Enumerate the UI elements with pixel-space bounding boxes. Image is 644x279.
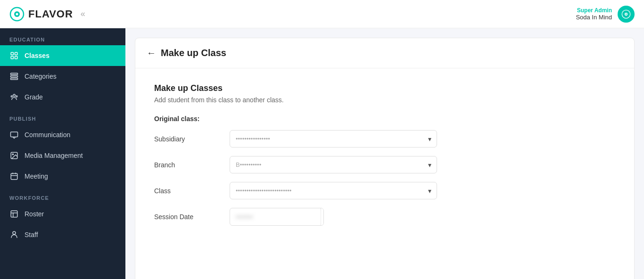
subsidiary-row: Subsidiary ••••••••••••••••: [154, 130, 615, 148]
meeting-icon: [9, 172, 19, 181]
subsidiary-select[interactable]: ••••••••••••••••: [230, 130, 437, 148]
sidebar-section-workforce: WORKFORCE: [0, 187, 125, 204]
branch-label: Branch: [154, 161, 230, 169]
svg-rect-7: [15, 52, 17, 55]
class-control: ••••••••••••••••••••••••••: [230, 182, 437, 199]
subsidiary-label: Subsidiary: [154, 135, 230, 143]
svg-rect-23: [11, 211, 17, 217]
session-date-label: Session Date: [154, 213, 230, 221]
communication-icon: [9, 130, 19, 140]
class-select[interactable]: ••••••••••••••••••••••••••: [230, 182, 437, 199]
roster-icon: [9, 209, 19, 219]
sidebar: EDUCATION Classes Categories: [0, 28, 125, 279]
original-class-label: Original class:: [154, 115, 615, 123]
logo-text: FLAVOR: [28, 8, 73, 20]
svg-point-13: [13, 94, 16, 97]
svg-rect-9: [15, 57, 17, 59]
class-select-wrapper: ••••••••••••••••••••••••••: [230, 182, 437, 199]
sidebar-item-roster[interactable]: Roster: [0, 204, 125, 224]
user-role: Super Admin: [576, 7, 612, 14]
navbar-right: Super Admin Soda In Mind: [576, 6, 635, 23]
grade-icon: [9, 92, 19, 102]
sidebar-item-media-management[interactable]: Media Management: [0, 145, 125, 166]
session-date-input[interactable]: [230, 209, 321, 225]
svg-rect-19: [11, 173, 17, 180]
subsidiary-select-wrapper: ••••••••••••••••: [230, 130, 437, 148]
main-layout: EDUCATION Classes Categories: [0, 28, 644, 279]
svg-rect-10: [11, 73, 18, 74]
session-date-control: [230, 208, 437, 226]
avatar: [618, 6, 635, 23]
svg-point-14: [11, 96, 12, 97]
back-button[interactable]: ←: [147, 48, 156, 58]
sidebar-item-grade[interactable]: Grade: [0, 87, 125, 107]
svg-rect-6: [11, 52, 13, 55]
navbar: FLAVOR « Super Admin Soda In Mind: [0, 0, 644, 28]
calendar-button[interactable]: [321, 208, 324, 225]
date-field-wrapper: [230, 208, 324, 226]
sidebar-item-grade-label: Grade: [25, 93, 43, 101]
svg-rect-16: [11, 132, 18, 137]
class-label: Class: [154, 187, 230, 195]
class-row: Class ••••••••••••••••••••••••••: [154, 182, 615, 199]
content-area: ← Make up Class Make up Classes Add stud…: [125, 28, 644, 279]
svg-rect-8: [11, 57, 13, 59]
svg-point-18: [12, 154, 13, 155]
page-body: Make up Classes Add student from this cl…: [135, 68, 634, 249]
user-avatar-icon: [621, 9, 631, 19]
branch-select[interactable]: B••••••••••: [230, 156, 437, 173]
sidebar-item-communication[interactable]: Communication: [0, 124, 125, 145]
form-section-desc: Add student from this class to another c…: [154, 96, 615, 104]
collapse-button[interactable]: «: [79, 7, 87, 21]
svg-point-15: [16, 96, 17, 97]
svg-rect-11: [11, 76, 18, 77]
sidebar-item-classes-label: Classes: [25, 52, 50, 59]
sidebar-item-categories[interactable]: Categories: [0, 66, 125, 87]
svg-point-26: [13, 231, 16, 234]
sidebar-item-staff-label: Staff: [25, 231, 38, 238]
branch-row: Branch B••••••••••: [154, 156, 615, 173]
svg-point-5: [626, 13, 627, 15]
staff-icon: [9, 230, 19, 239]
media-management-icon: [9, 151, 19, 160]
categories-icon: [9, 72, 19, 81]
user-org: Soda In Mind: [576, 14, 612, 21]
svg-rect-12: [11, 78, 18, 80]
sidebar-item-meeting-label: Meeting: [25, 172, 48, 180]
page-header: ← Make up Class: [135, 38, 634, 68]
sidebar-item-communication-label: Communication: [25, 131, 70, 139]
sidebar-item-staff[interactable]: Staff: [0, 224, 125, 245]
navbar-left: FLAVOR «: [9, 7, 87, 22]
sidebar-item-media-management-label: Media Management: [25, 152, 83, 159]
subsidiary-control: ••••••••••••••••: [230, 130, 437, 148]
sidebar-item-meeting[interactable]: Meeting: [0, 166, 125, 187]
sidebar-section-education: EDUCATION: [0, 28, 125, 45]
sidebar-item-categories-label: Categories: [25, 73, 57, 80]
page-title: Make up Class: [161, 48, 226, 58]
svg-point-2: [16, 13, 18, 15]
sidebar-item-roster-label: Roster: [25, 210, 44, 218]
branch-select-wrapper: B••••••••••: [230, 156, 437, 173]
sidebar-item-classes[interactable]: Classes: [0, 45, 125, 66]
classes-icon: [9, 51, 19, 60]
user-info: Super Admin Soda In Mind: [576, 7, 612, 21]
form-section-title: Make up Classes: [154, 83, 615, 93]
flavor-logo-icon: [9, 7, 25, 22]
sidebar-section-publish: PUBLISH: [0, 107, 125, 124]
branch-control: B••••••••••: [230, 156, 437, 173]
page-card: ← Make up Class Make up Classes Add stud…: [135, 38, 635, 279]
logo: FLAVOR: [9, 7, 73, 22]
session-date-row: Session Date: [154, 208, 615, 226]
